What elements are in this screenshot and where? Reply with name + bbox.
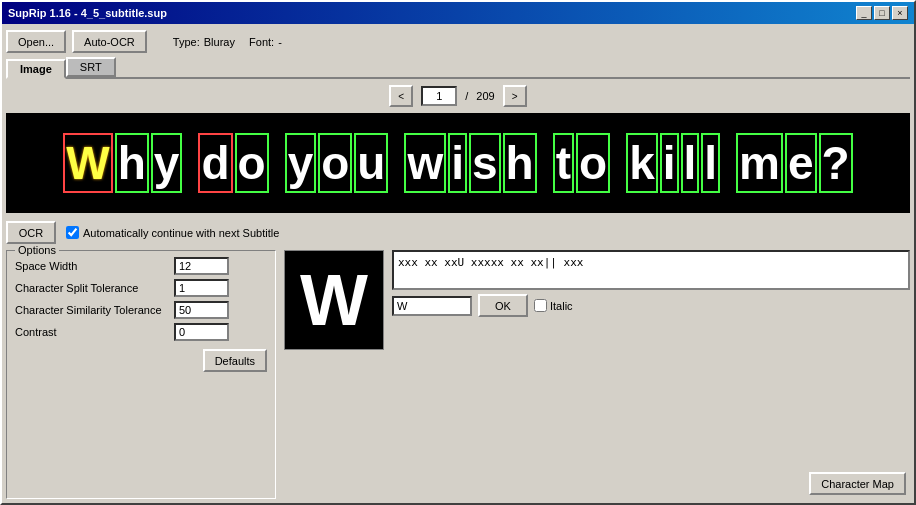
italic-text: Italic	[550, 300, 573, 312]
content-area: Open... Auto-OCR Type: Bluray Font: - Im…	[2, 24, 914, 503]
contrast-input[interactable]	[174, 323, 229, 341]
auto-continue-text: Automatically continue with next Subtitl…	[83, 227, 279, 239]
space-width-label: Space Width	[15, 260, 170, 272]
subtitle-char-y: y	[154, 137, 180, 189]
italic-label[interactable]: Italic	[534, 299, 573, 312]
subtitle-char-i: i	[451, 137, 464, 189]
maximize-button[interactable]: □	[874, 6, 890, 20]
ocr-result-area: xxx xx xxU xxxxx xx xx|| xxx OK Italic	[392, 250, 910, 499]
font-value: -	[278, 36, 282, 48]
char-preview-text: W	[300, 259, 368, 341]
subtitle-char-o: o	[238, 137, 266, 189]
defaults-button[interactable]: Defaults	[203, 349, 267, 372]
char-sim-label: Character Similarity Tolerance	[15, 304, 170, 316]
tab-srt[interactable]: SRT	[66, 57, 116, 77]
subtitle-char-m: m	[739, 137, 780, 189]
total-pages: 209	[476, 90, 494, 102]
minimize-button[interactable]: _	[856, 6, 872, 20]
options-legend: Options	[15, 244, 59, 256]
char-sim-input[interactable]	[174, 301, 229, 319]
subtitle-char-h2: h	[506, 137, 534, 189]
subtitle-char-u: u	[357, 137, 385, 189]
font-label: Font:	[249, 36, 274, 48]
subtitle-char-i2: i	[663, 137, 676, 189]
contrast-row: Contrast	[15, 323, 267, 341]
open-button[interactable]: Open...	[6, 30, 66, 53]
subtitle-char-o3: o	[579, 137, 607, 189]
window-title: SupRip 1.16 - 4_5_subtitle.sup	[8, 7, 167, 19]
subtitle-char-o2: o	[321, 137, 349, 189]
subtitle-char-t: t	[556, 137, 571, 189]
prev-button[interactable]: <	[389, 85, 413, 107]
subtitle-char-W: W	[66, 137, 109, 189]
ocr-section: OCR Automatically continue with next Sub…	[6, 215, 910, 248]
options-group: Options Space Width Character Split Tole…	[6, 250, 276, 499]
subtitle-char-e: e	[788, 137, 814, 189]
page-separator: /	[465, 90, 468, 102]
subtitle-char-l2: l	[704, 137, 717, 189]
type-label: Type:	[173, 36, 200, 48]
bottom-section: Options Space Width Character Split Tole…	[6, 250, 910, 499]
title-bar: SupRip 1.16 - 4_5_subtitle.sup _ □ ×	[2, 2, 914, 24]
subtitle-char-y2: y	[288, 137, 314, 189]
navigation-area: < / 209 >	[6, 81, 910, 111]
subtitle-char-s: s	[472, 137, 498, 189]
page-input[interactable]	[421, 86, 457, 106]
type-info: Type: Bluray Font: -	[173, 36, 282, 48]
auto-continue-label[interactable]: Automatically continue with next Subtitl…	[66, 226, 279, 239]
space-width-input[interactable]	[174, 257, 229, 275]
toolbar: Open... Auto-OCR Type: Bluray Font: -	[6, 28, 910, 55]
contrast-label: Contrast	[15, 326, 170, 338]
auto-continue-checkbox[interactable]	[66, 226, 79, 239]
char-split-input[interactable]	[174, 279, 229, 297]
tab-image[interactable]: Image	[6, 59, 66, 79]
next-button[interactable]: >	[503, 85, 527, 107]
close-button[interactable]: ×	[892, 6, 908, 20]
subtitle-char-q: ?	[822, 137, 850, 189]
title-bar-controls: _ □ ×	[856, 6, 908, 20]
ocr-button[interactable]: OCR	[6, 221, 56, 244]
auto-ocr-button[interactable]: Auto-OCR	[72, 30, 147, 53]
ok-button[interactable]: OK	[478, 294, 528, 317]
subtitle-char-d: d	[201, 137, 229, 189]
ocr-text-display: xxx xx xxU xxxxx xx xx|| xxx	[392, 250, 910, 290]
char-preview: W	[284, 250, 384, 350]
subtitle-char-l: l	[684, 137, 697, 189]
subtitle-char-k: k	[629, 137, 655, 189]
ocr-input-row: OK Italic	[392, 294, 910, 317]
char-sim-row: Character Similarity Tolerance	[15, 301, 267, 319]
ocr-char-input[interactable]	[392, 296, 472, 316]
subtitle-char-h: h	[118, 137, 146, 189]
subtitle-char-w2: w	[407, 137, 443, 189]
char-split-label: Character Split Tolerance	[15, 282, 170, 294]
char-split-row: Character Split Tolerance	[15, 279, 267, 297]
space-width-row: Space Width	[15, 257, 267, 275]
char-map-button[interactable]: Character Map	[809, 472, 906, 495]
main-window: SupRip 1.16 - 4_5_subtitle.sup _ □ × Ope…	[0, 0, 916, 505]
type-value: Bluray	[204, 36, 235, 48]
tabs-container: Image SRT	[6, 57, 910, 79]
italic-checkbox[interactable]	[534, 299, 547, 312]
subtitle-image-display: W h y d o	[6, 113, 910, 213]
